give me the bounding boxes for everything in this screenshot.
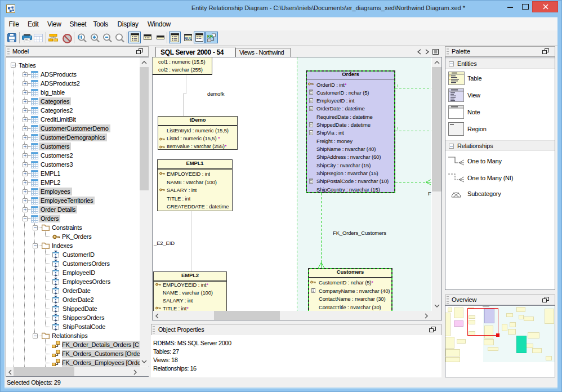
svg-text:NUL: NUL — [184, 37, 191, 41]
svg-text:KR: KR — [207, 34, 213, 38]
